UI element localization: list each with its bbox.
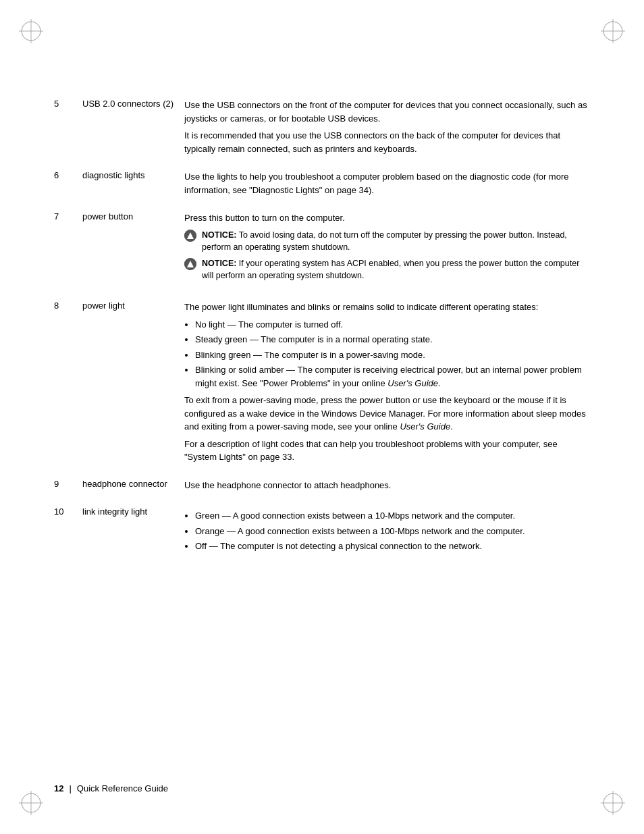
row-description: Use the lights to help you troubleshoot … (184, 166, 590, 205)
row-description: Use the USB connectors on the front of t… (184, 95, 590, 163)
bullet-list: Green — A good connection exists between… (184, 509, 590, 553)
main-table: 5USB 2.0 connectors (2)Use the USB conne… (54, 95, 590, 565)
notice-icon (184, 258, 196, 270)
row-description: Green — A good connection exists between… (184, 502, 590, 565)
corner-mark-tl (19, 19, 43, 43)
table-row: 5USB 2.0 connectors (2)Use the USB conne… (54, 95, 590, 163)
notice-icon (184, 230, 196, 242)
row-number: 10 (54, 502, 80, 565)
table-row: 9headphone connectorUse the headphone co… (54, 475, 590, 500)
row-label: diagnostic lights (80, 166, 184, 205)
row-label: power light (80, 296, 184, 472)
page-number: 12 (54, 783, 63, 793)
description-paragraph: The power light illuminates and blinks o… (184, 301, 590, 314)
extra-paragraph: To exit from a power-saving mode, press … (184, 394, 590, 434)
bullet-list: No light — The computer is turned off.St… (184, 318, 590, 390)
table-row: 10link integrity lightGreen — A good con… (54, 502, 590, 565)
row-number: 6 (54, 166, 80, 205)
description-paragraph: Use the USB connectors on the front of t… (184, 99, 590, 125)
footer: 12 | Quick Reference Guide (54, 783, 590, 793)
row-label: link integrity light (80, 502, 184, 565)
row-number: 9 (54, 475, 80, 500)
list-item: Blinking or solid amber — The computer i… (195, 363, 590, 390)
corner-mark-br (601, 791, 625, 815)
description-paragraph: It is recommended that you use the USB c… (184, 129, 590, 155)
content-area: 5USB 2.0 connectors (2)Use the USB conne… (54, 95, 590, 565)
page: 5USB 2.0 connectors (2)Use the USB conne… (0, 0, 644, 834)
list-item: Off — The computer is not detecting a ph… (195, 540, 590, 553)
footer-separator: | (69, 783, 71, 793)
row-number: 5 (54, 95, 80, 163)
description-paragraph: Press this button to turn on the compute… (184, 211, 590, 225)
notice-box: NOTICE: If your operating system has ACP… (184, 257, 590, 282)
row-description: Use the headphone connector to attach he… (184, 475, 590, 500)
notice-box: NOTICE: To avoid losing data, do not tur… (184, 229, 590, 253)
list-item: No light — The computer is turned off. (195, 318, 590, 332)
description-paragraph: Use the headphone connector to attach he… (184, 479, 590, 492)
footer-title: Quick Reference Guide (77, 783, 168, 793)
row-number: 7 (54, 207, 80, 294)
table-row: 8power lightThe power light illuminates … (54, 296, 590, 472)
list-item: Orange — A good connection exists betwee… (195, 525, 590, 538)
list-item: Steady green — The computer is in a norm… (195, 333, 590, 346)
list-item: Blinking green — The computer is in a po… (195, 348, 590, 362)
table-row: 6diagnostic lightsUse the lights to help… (54, 166, 590, 205)
row-description: Press this button to turn on the compute… (184, 207, 590, 294)
row-description: The power light illuminates and blinks o… (184, 296, 590, 472)
row-label: headphone connector (80, 475, 184, 500)
extra-paragraph: For a description of light codes that ca… (184, 438, 590, 464)
row-label: power button (80, 207, 184, 294)
notice-text: NOTICE: If your operating system has ACP… (202, 257, 590, 282)
description-paragraph: Use the lights to help you troubleshoot … (184, 170, 590, 197)
corner-mark-tr (601, 19, 625, 43)
row-number: 8 (54, 296, 80, 472)
table-row: 7power buttonPress this button to turn o… (54, 207, 590, 294)
corner-mark-bl (19, 791, 43, 815)
notice-text: NOTICE: To avoid losing data, do not tur… (202, 229, 590, 253)
list-item: Green — A good connection exists between… (195, 509, 590, 523)
row-label: USB 2.0 connectors (2) (80, 95, 184, 163)
